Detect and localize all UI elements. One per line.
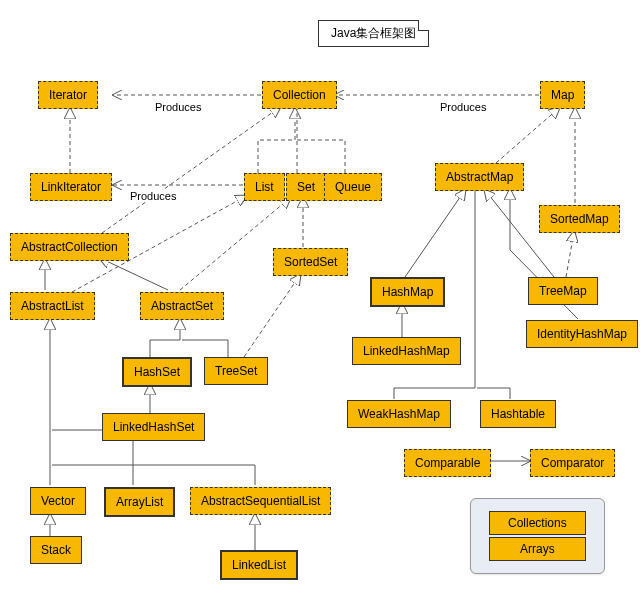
label: LinkIterator bbox=[41, 180, 101, 194]
node-hashset: HashSet bbox=[122, 357, 192, 387]
label: Queue bbox=[335, 180, 371, 194]
node-sortedset: SortedSet bbox=[273, 248, 348, 276]
label: Vector bbox=[41, 494, 75, 508]
node-arraylist: ArrayList bbox=[104, 487, 175, 517]
node-treeset: TreeSet bbox=[204, 357, 268, 385]
label: AbstractCollection bbox=[21, 240, 118, 254]
node-list: List bbox=[244, 173, 285, 201]
node-abstractmap: AbstractMap bbox=[435, 163, 524, 191]
label: List bbox=[255, 180, 274, 194]
label: LinkedHashSet bbox=[113, 420, 194, 434]
label: SortedMap bbox=[550, 212, 609, 226]
label: Comparable bbox=[415, 456, 480, 470]
label: TreeSet bbox=[215, 364, 257, 378]
label: Collection bbox=[273, 88, 326, 102]
label: Map bbox=[551, 88, 574, 102]
label: Iterator bbox=[49, 88, 87, 102]
node-sortedmap: SortedMap bbox=[539, 205, 620, 233]
node-abstractcollection: AbstractCollection bbox=[10, 233, 129, 261]
label: TreeMap bbox=[539, 284, 587, 298]
label: HashSet bbox=[134, 365, 180, 379]
label: LinkedHashMap bbox=[363, 344, 450, 358]
node-linkedlist: LinkedList bbox=[220, 550, 298, 580]
node-collection: Collection bbox=[262, 81, 337, 109]
node-abstractsequentiallist: AbstractSequentialList bbox=[190, 487, 331, 515]
node-abstractset: AbstractSet bbox=[140, 292, 224, 320]
node-linkedhashmap: LinkedHashMap bbox=[352, 337, 461, 365]
node-vector: Vector bbox=[30, 487, 86, 515]
label: HashMap bbox=[382, 285, 433, 299]
node-weakhashmap: WeakHashMap bbox=[347, 400, 451, 428]
label: Hashtable bbox=[491, 407, 545, 421]
node-abstractlist: AbstractList bbox=[10, 292, 95, 320]
label: ArrayList bbox=[116, 495, 163, 509]
node-comparable: Comparable bbox=[404, 449, 491, 477]
node-linkedhashset: LinkedHashSet bbox=[102, 413, 205, 441]
label: AbstractList bbox=[21, 299, 84, 313]
label: LinkedList bbox=[232, 558, 286, 572]
label: AbstractSet bbox=[151, 299, 213, 313]
node-set: Set bbox=[286, 173, 326, 201]
label: IdentityHashMap bbox=[537, 327, 627, 341]
legend-arrays: Arrays bbox=[489, 537, 586, 561]
label: SortedSet bbox=[284, 255, 337, 269]
node-comparator: Comparator bbox=[530, 449, 615, 477]
node-hashtable: Hashtable bbox=[480, 400, 556, 428]
node-hashmap: HashMap bbox=[370, 277, 445, 307]
label: Stack bbox=[41, 543, 71, 557]
node-queue: Queue bbox=[324, 173, 382, 201]
legend-collections: Collections bbox=[489, 511, 586, 535]
node-linkiterator: LinkIterator bbox=[30, 173, 112, 201]
label-produces-3: Produces bbox=[130, 190, 176, 202]
diagram-title: Java集合框架图 bbox=[318, 20, 429, 47]
diagram-title-text: Java集合框架图 bbox=[331, 26, 416, 40]
label-produces-2: Produces bbox=[440, 101, 486, 113]
node-treemap: TreeMap bbox=[528, 277, 598, 305]
label: AbstractSequentialList bbox=[201, 494, 320, 508]
label: Collections bbox=[508, 516, 567, 530]
label: Comparator bbox=[541, 456, 604, 470]
node-map: Map bbox=[540, 81, 585, 109]
node-stack: Stack bbox=[30, 536, 82, 564]
label: WeakHashMap bbox=[358, 407, 440, 421]
node-identityhashmap: IdentityHashMap bbox=[526, 320, 638, 348]
label-produces-1: Produces bbox=[155, 101, 201, 113]
legend-panel: Collections Arrays bbox=[470, 498, 605, 574]
node-iterator: Iterator bbox=[38, 81, 98, 109]
label: AbstractMap bbox=[446, 170, 513, 184]
label: Arrays bbox=[520, 542, 555, 556]
label: Set bbox=[297, 180, 315, 194]
